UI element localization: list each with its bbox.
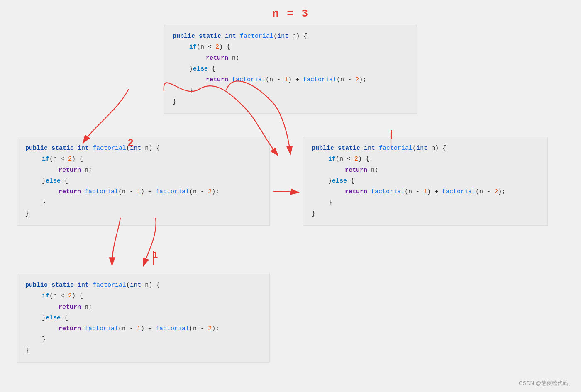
code-line: }: [312, 209, 539, 219]
code-line: if(n < 2) {: [25, 154, 261, 165]
code-line: return n;: [173, 53, 408, 64]
code-line: }: [25, 334, 261, 345]
code-line: }else {: [25, 176, 261, 187]
code-line: return n;: [312, 165, 539, 176]
code-line: }else {: [173, 64, 408, 75]
code-block-mid-right: public static int factorial(int n) { if(…: [303, 137, 548, 226]
code-line: public static int factorial(int n) {: [25, 143, 261, 154]
code-line: }else {: [312, 176, 539, 187]
code-line: public static int factorial(int n) {: [25, 280, 261, 291]
code-line: }: [173, 97, 408, 107]
code-line: return factorial(n - 1) + factorial(n - …: [25, 324, 261, 334]
code-block-top: public static int factorial(int n) { if(…: [164, 25, 417, 114]
code-line: return factorial(n - 1) + factorial(n - …: [173, 75, 408, 85]
code-line: return n;: [25, 165, 261, 176]
code-line: if(n < 2) {: [173, 42, 408, 53]
code-line: }else {: [25, 313, 261, 324]
code-line: return n;: [25, 302, 261, 313]
page-container: n = 3 public static int factorial(int n)…: [0, 0, 581, 392]
code-line: if(n < 2) {: [25, 291, 261, 302]
code-line: return factorial(n - 1) + factorial(n - …: [25, 187, 261, 197]
code-block-bottom: public static int factorial(int n) { if(…: [17, 274, 270, 363]
code-line: public static int factorial(int n) {: [173, 31, 408, 42]
code-line: }: [173, 85, 408, 96]
code-line: }: [312, 197, 539, 208]
code-line: }: [25, 346, 261, 356]
watermark: CSDN @熬夜磕代码、: [519, 380, 574, 387]
code-line: return factorial(n - 1) + factorial(n - …: [312, 187, 539, 197]
code-line: }: [25, 209, 261, 219]
code-line: if(n < 2) {: [312, 154, 539, 165]
title-area: n = 3: [0, 0, 581, 24]
code-line: public static int factorial(int n) {: [312, 143, 539, 154]
code-line: }: [25, 197, 261, 208]
code-block-mid-left: public static int factorial(int n) { if(…: [17, 137, 270, 226]
page-title: n = 3: [272, 7, 309, 20]
